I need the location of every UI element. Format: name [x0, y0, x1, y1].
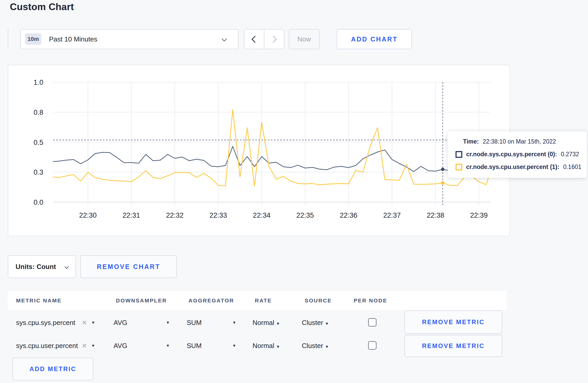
tooltip-user-label: cr.node.sys.cpu.user.percent (1):: [466, 164, 559, 171]
time-scale-badge: 10m: [25, 33, 41, 45]
page-title: Custom Chart: [10, 2, 74, 12]
clear-metric-icon[interactable]: ✕: [82, 341, 87, 351]
source-select[interactable]: Cluster ▼: [302, 341, 329, 352]
x-tick-label: 22:32: [166, 211, 184, 219]
y-tick-label: 1.0: [33, 79, 43, 86]
col-header-aggregator: AGGREGATOR: [188, 297, 234, 304]
downsampler-select[interactable]: AVG: [114, 318, 127, 328]
col-header-rate: RATE: [255, 297, 272, 304]
chevron-down-icon: ▼: [276, 344, 280, 349]
time-nav-group: [244, 29, 284, 49]
prev-time-button[interactable]: [244, 30, 264, 49]
source-select[interactable]: Cluster ▼: [302, 318, 329, 329]
chevron-left-icon: [251, 36, 258, 43]
x-tick-label: 22:31: [123, 211, 140, 219]
y-tick-label: 0.8: [33, 109, 43, 116]
crosshair-dot-sys: [441, 168, 444, 171]
cpu-usage-chart[interactable]: 0.00.30.50.81.022:3022:3122:3222:3322:34…: [8, 65, 509, 236]
col-header-downsampler: DOWNSAMPLER: [116, 297, 167, 304]
aggregator-select[interactable]: SUM: [187, 341, 202, 351]
tooltip-user-value: 0.1601: [563, 164, 581, 171]
crosshair-dot-user: [441, 181, 444, 185]
metric-name-select[interactable]: sys.cpu.user.percent: [16, 341, 78, 351]
y-tick-label: 0.3: [33, 168, 43, 176]
sys-series-swatch-icon: [456, 151, 462, 158]
remove-metric-button[interactable]: REMOVE METRIC: [404, 335, 502, 357]
x-tick-label: 22:38: [427, 211, 444, 219]
x-tick-label: 22:30: [79, 211, 97, 219]
add-metric-button[interactable]: ADD METRIC: [12, 358, 93, 380]
aggregator-select[interactable]: SUM: [187, 318, 202, 328]
chevron-down-icon: [222, 36, 227, 41]
custom-chart-page: Custom Chart 10m Past 10 Minutes Now ADD…: [0, 0, 588, 383]
x-tick-label: 22:33: [209, 211, 227, 219]
x-tick-label: 22:39: [470, 211, 488, 219]
col-header-metric-name: METRIC NAME: [16, 297, 62, 304]
chevron-down-icon: ▼: [325, 321, 329, 326]
tooltip-time-label: Time:: [463, 138, 479, 145]
units-label: Units: Count: [16, 263, 56, 271]
per-node-checkbox[interactable]: [368, 318, 376, 327]
x-tick-label: 22:36: [340, 211, 358, 219]
metrics-table-header: METRIC NAME DOWNSAMPLER AGGREGATOR RATE …: [8, 291, 507, 310]
y-tick-label: 0.0: [33, 198, 43, 206]
time-range-dropdown[interactable]: 10m Past 10 Minutes: [20, 29, 239, 49]
clear-metric-icon[interactable]: ✕: [82, 318, 87, 328]
col-header-per-node: PER NODE: [354, 297, 387, 304]
rate-select[interactable]: Normal ▼: [253, 318, 280, 329]
metric-name-select[interactable]: sys.cpu.sys.percent: [16, 318, 75, 328]
chevron-right-icon: [270, 36, 277, 43]
x-tick-label: 22:34: [253, 211, 271, 219]
chevron-down-icon: ▼: [276, 321, 280, 326]
chevron-down-icon: ▼: [325, 344, 329, 349]
per-node-checkbox[interactable]: [368, 341, 376, 350]
chevron-down-icon[interactable]: ▼: [91, 318, 95, 328]
x-tick-label: 22:37: [383, 211, 401, 219]
now-button[interactable]: Now: [289, 29, 319, 49]
series-line-sys: [53, 146, 491, 172]
time-range-label: Past 10 Minutes: [49, 35, 97, 43]
next-time-button[interactable]: [264, 30, 284, 49]
chevron-down-icon[interactable]: ▼: [166, 341, 170, 351]
remove-chart-button[interactable]: REMOVE CHART: [80, 255, 177, 278]
units-select[interactable]: Units: Count: [8, 255, 76, 278]
chevron-down-icon[interactable]: ▼: [166, 318, 170, 328]
user-series-swatch-icon: [456, 164, 462, 171]
tooltip-time-value: 22:38:10 on Mar 15th, 2022: [483, 138, 556, 145]
chevron-down-icon[interactable]: ▼: [91, 341, 95, 351]
toolbar-divider: [8, 29, 8, 49]
series-line-user: [53, 110, 491, 186]
tooltip-sys-label: cr.node.sys.cpu.sys.percent (0):: [466, 151, 557, 158]
tooltip-sys-value: 0.2732: [561, 151, 579, 158]
x-tick-label: 22:35: [296, 211, 314, 219]
chevron-down-icon[interactable]: ▼: [232, 318, 236, 328]
chevron-down-icon: [65, 265, 69, 269]
add-chart-button[interactable]: ADD CHART: [337, 29, 412, 49]
y-tick-label: 0.5: [33, 139, 43, 146]
col-header-source: SOURCE: [305, 297, 332, 304]
chart-tooltip: Time: 22:38:10 on Mar 15th, 2022 cr.node…: [448, 131, 587, 178]
remove-metric-button[interactable]: REMOVE METRIC: [404, 310, 502, 334]
chevron-down-icon[interactable]: ▼: [232, 341, 236, 351]
downsampler-select[interactable]: AVG: [114, 341, 127, 351]
chart-card: 0.00.30.50.81.022:3022:3122:3222:3322:34…: [8, 65, 510, 236]
rate-select[interactable]: Normal ▼: [253, 341, 280, 352]
